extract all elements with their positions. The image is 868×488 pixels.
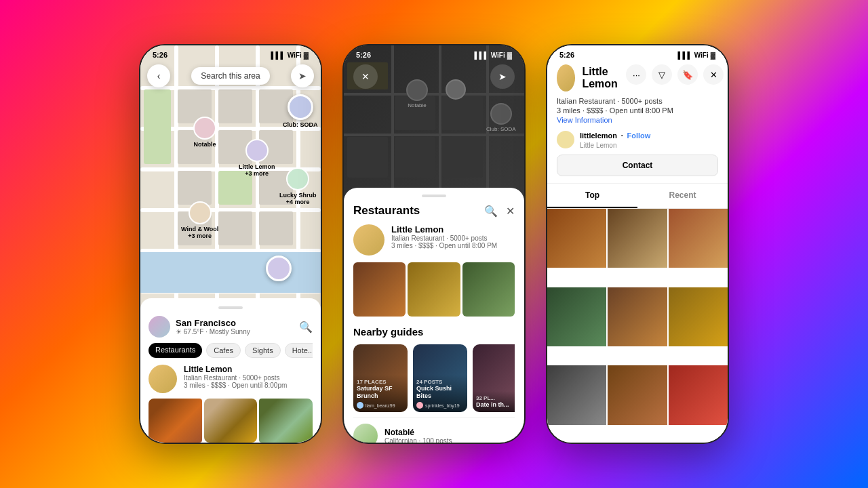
chip-sights[interactable]: Sights: [245, 343, 281, 358]
search-area-button[interactable]: Search this area: [191, 67, 269, 85]
profile-name: Little Lemon: [582, 66, 626, 90]
pin-avatar: [193, 117, 216, 140]
battery-icon: ▓: [304, 52, 309, 59]
pin-avatar: [245, 139, 269, 162]
map-pin-club-soda[interactable]: Club: SODA: [283, 94, 318, 128]
status-time-1: 5:26: [153, 51, 167, 59]
search-icon-sheet[interactable]: 🔍: [484, 205, 498, 218]
featured-type: Italian Restaurant · 5000+ posts: [391, 235, 497, 242]
location-text: San Francisco ☀ 67.5°F · Mostly Sunny: [176, 318, 250, 336]
follow-button[interactable]: Follow: [627, 131, 650, 140]
more-button[interactable]: ···: [626, 64, 646, 85]
place-name: Little Lemon: [184, 365, 287, 374]
grid-photo-8[interactable]: [608, 365, 667, 424]
pin-avatar: [286, 167, 309, 190]
guide-card-3[interactable]: 32 PL... Date in th...: [473, 344, 515, 412]
save-button[interactable]: 🔖: [677, 64, 698, 85]
guide-card-1[interactable]: 17 PLACES Saturday SF Brunch liam_beanz9…: [353, 344, 408, 412]
guide-username-2: sprinkles_bby19: [425, 403, 460, 408]
featured-avatar: [353, 224, 384, 256]
notable-name: Notablé: [384, 428, 452, 437]
phone-3: 5:26 ▌▌▌ WiFi ▓ Little Lemon ··· ▽ 🔖 ✕: [546, 44, 729, 444]
grid-photo-7[interactable]: [547, 365, 606, 424]
pin-label: Little Lemon+3 more: [239, 163, 275, 177]
profile-tabs: Top Recent: [547, 184, 728, 209]
profile-close-button[interactable]: ✕: [703, 64, 724, 85]
pin-label: Notable: [193, 141, 216, 148]
back-button[interactable]: ‹: [147, 64, 170, 87]
profile-header: Little Lemon ··· ▽ 🔖 ✕ Italian Restauran…: [547, 45, 728, 184]
status-time-2: 5:26: [356, 51, 371, 59]
filter-button[interactable]: ▽: [652, 64, 672, 85]
grid-photo-9[interactable]: [669, 365, 728, 424]
place-info: Little Lemon Italian Restaurant · 5000+ …: [184, 365, 287, 393]
map-pin-wind-wool[interactable]: Wind & Wool+3 more: [181, 201, 218, 239]
map-pin-extra[interactable]: [266, 256, 292, 281]
notable-avatar: [353, 424, 378, 443]
sheet-header: Restaurants 🔍 ✕: [353, 204, 515, 218]
place-card-1[interactable]: Little Lemon Italian Restaurant · 5000+ …: [149, 365, 313, 393]
ig-subtitle: Little Lemon: [580, 142, 650, 149]
tab-top[interactable]: Top: [547, 184, 637, 208]
featured-place[interactable]: Little Lemon Italian Restaurant · 5000+ …: [353, 224, 515, 256]
location-search-button[interactable]: 🔍: [299, 321, 313, 333]
grid-photo-5[interactable]: [608, 287, 667, 346]
profile-type: Italian Restaurant · 5000+ posts: [557, 97, 718, 105]
featured-photo-3: [462, 262, 515, 317]
status-icons-1: ▌▌▌ WiFi ▓: [271, 52, 309, 59]
place-photo-1: [149, 399, 202, 443]
profile-ig-row: littlelemon · Follow Little Lemon: [557, 129, 718, 149]
phone-1: 5:26 ▌▌▌ WiFi ▓: [139, 44, 322, 444]
status-bar-3: 5:26 ▌▌▌ WiFi ▓: [547, 45, 728, 62]
tab-recent[interactable]: Recent: [637, 184, 728, 208]
close-icon-sheet[interactable]: ✕: [506, 205, 515, 218]
guide-count-3: 32 PL...: [476, 395, 515, 401]
locate-button-2[interactable]: ➤: [490, 64, 515, 89]
phone2-top-bar: ✕ ➤: [344, 64, 524, 89]
map-pin-notable[interactable]: Notable: [193, 117, 216, 148]
guide-name-2: Quick Sushi Bites: [416, 385, 464, 400]
status-icons-3: ▌▌▌ WiFi ▓: [677, 52, 715, 59]
grid-photo-3[interactable]: [669, 209, 728, 268]
pin-label: Lucky Shrub+4 more: [279, 192, 317, 205]
pin-avatar: [189, 201, 212, 224]
signal-icon-2: ▌▌▌: [474, 52, 488, 59]
place-photos: [149, 399, 313, 443]
map-pin-lucky-shrub[interactable]: Lucky Shrub+4 more: [279, 167, 317, 205]
contact-button[interactable]: Contact: [557, 155, 718, 176]
close-button-2[interactable]: ✕: [353, 64, 378, 89]
guide-name-1: Saturday SF Brunch: [357, 385, 404, 400]
signal-icon-3: ▌▌▌: [677, 52, 692, 59]
guide-user-2: sprinkles_bby19: [416, 402, 464, 409]
grid-photo-4[interactable]: [547, 287, 606, 346]
bottom-sheet[interactable]: Restaurants 🔍 ✕ Little Lemon Italian Res…: [344, 188, 524, 443]
wifi-icon-3: WiFi: [694, 52, 709, 59]
chip-cafes[interactable]: Cafes: [206, 343, 241, 358]
guide-username-1: liam_beanz99: [366, 403, 395, 408]
chip-restaurants[interactable]: Restaurants: [149, 343, 202, 358]
profile-actions: ··· ▽ 🔖 ✕: [626, 64, 724, 85]
profile-link[interactable]: View Information: [557, 116, 718, 124]
location-info: San Francisco ☀ 67.5°F · Mostly Sunny: [149, 316, 250, 338]
photo-grid: [547, 209, 728, 443]
map-pin-little-lemon[interactable]: Little Lemon+3 more: [239, 139, 275, 177]
map-area-1[interactable]: ‹ Search this area ➤ Club: SODA Notable …: [140, 45, 321, 309]
place-details: 3 miles · $$$$ · Open until 8:00pm: [184, 382, 287, 389]
map-top-bar: ‹ Search this area ➤: [140, 64, 321, 87]
place-photo-3: [259, 399, 313, 443]
place-photo-2: [204, 399, 258, 443]
notable-row[interactable]: Notablé Californian · 100 posts: [353, 418, 515, 443]
profile-name-row: Little Lemon: [557, 64, 626, 92]
pin-avatar: [288, 94, 313, 120]
grid-photo-1[interactable]: [547, 209, 606, 268]
guide-card-2[interactable]: 24 POSTS Quick Sushi Bites sprinkles_bby…: [413, 344, 467, 412]
guide-user-dot-2: [416, 402, 423, 409]
chip-hotels[interactable]: Hote...: [285, 343, 313, 358]
guide-overlay-3: 32 PL... Date in th...: [473, 391, 515, 412]
location-avatar: [149, 316, 170, 338]
grid-photo-6[interactable]: [669, 287, 728, 346]
pin-avatar: [266, 256, 292, 281]
locate-button[interactable]: ➤: [291, 64, 314, 87]
grid-photo-2[interactable]: [608, 209, 667, 268]
notable-type: Californian · 100 posts: [384, 437, 452, 443]
